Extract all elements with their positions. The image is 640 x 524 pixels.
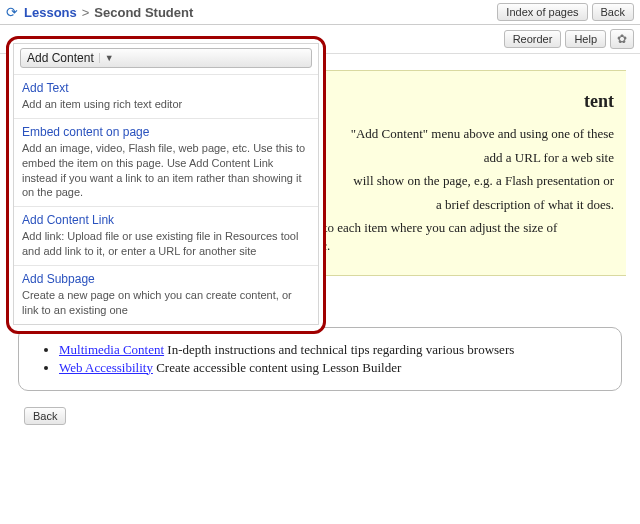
menu-item-desc: Add link: Upload file or use existing fi… bbox=[22, 229, 310, 259]
menu-item-desc: Create a new page on which you can creat… bbox=[22, 288, 310, 318]
gear-button[interactable]: ✿ bbox=[610, 29, 634, 49]
reorder-button[interactable]: Reorder bbox=[504, 30, 562, 48]
menu-item-add-text[interactable]: Add Text Add an item using rich text edi… bbox=[14, 74, 318, 118]
menu-item-title: Add Content Link bbox=[22, 213, 310, 227]
menu-item-embed-content[interactable]: Embed content on page Add an image, vide… bbox=[14, 118, 318, 206]
breadcrumb-separator: > bbox=[82, 5, 90, 20]
menu-item-title: Add Text bbox=[22, 81, 310, 95]
gear-icon: ✿ bbox=[617, 32, 627, 46]
top-bar: ⟳ Lessons > Second Student Index of page… bbox=[0, 0, 640, 25]
add-content-label: Add Content bbox=[27, 51, 94, 65]
more-info-box: Multimedia Content In-depth instructions… bbox=[18, 327, 622, 391]
more-info-item: Multimedia Content In-depth instructions… bbox=[59, 342, 603, 358]
add-content-dropdown-open[interactable]: Add Content ▼ bbox=[20, 48, 312, 68]
menu-item-title: Add Subpage bbox=[22, 272, 310, 286]
more-info-text: In-depth instructions and technical tips… bbox=[164, 342, 514, 357]
more-info-item: Web Accessibility Create accessible cont… bbox=[59, 360, 603, 376]
add-content-menu: Add Text Add an item using rich text edi… bbox=[14, 74, 318, 324]
add-content-popover-highlight: Add Content ▼ Add Text Add an item using… bbox=[6, 36, 326, 334]
menu-item-add-subpage[interactable]: Add Subpage Create a new page on which y… bbox=[14, 265, 318, 324]
refresh-icon[interactable]: ⟳ bbox=[6, 4, 18, 20]
breadcrumb-root[interactable]: Lessons bbox=[24, 5, 77, 20]
add-content-popover: Add Content ▼ Add Text Add an item using… bbox=[13, 43, 319, 325]
breadcrumb: Lessons > Second Student bbox=[24, 5, 493, 20]
page-body: Add Content ▼ Add Text Add an item using… bbox=[0, 54, 640, 441]
back-button-top[interactable]: Back bbox=[592, 3, 634, 21]
menu-item-add-content-link[interactable]: Add Content Link Add link: Upload file o… bbox=[14, 206, 318, 265]
more-info-text: Create accessible content using Lesson B… bbox=[153, 360, 401, 375]
index-of-pages-button[interactable]: Index of pages bbox=[497, 3, 587, 21]
menu-item-title: Embed content on page bbox=[22, 125, 310, 139]
help-button[interactable]: Help bbox=[565, 30, 606, 48]
menu-item-desc: Add an item using rich text editor bbox=[22, 97, 310, 112]
breadcrumb-current: Second Student bbox=[94, 5, 193, 20]
chevron-down-icon: ▼ bbox=[99, 53, 114, 63]
menu-item-desc: Add an image, video, Flash file, web pag… bbox=[22, 141, 310, 200]
more-info-link-multimedia[interactable]: Multimedia Content bbox=[59, 342, 164, 357]
more-info-link-accessibility[interactable]: Web Accessibility bbox=[59, 360, 153, 375]
back-button-bottom[interactable]: Back bbox=[24, 407, 66, 425]
